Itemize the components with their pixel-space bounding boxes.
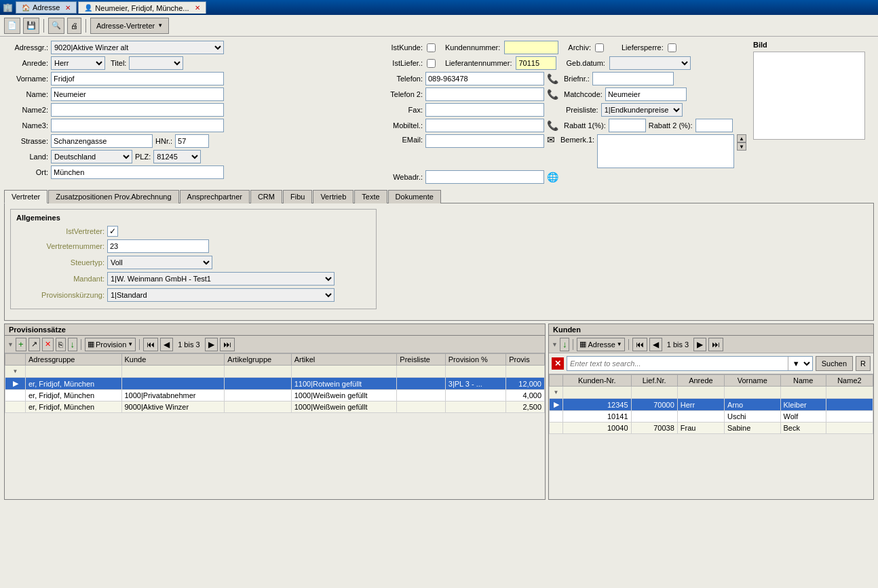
telefon-call-icon[interactable]: 📞 bbox=[547, 73, 558, 84]
tab-vertrieb[interactable]: Vertrieb bbox=[313, 190, 354, 203]
kunden-next-btn[interactable]: ▶ bbox=[693, 338, 706, 351]
prov-row-1[interactable]: ▶ er, Fridjof, München 1100|Rotwein gefü… bbox=[5, 378, 545, 390]
provisionskuerzung-select[interactable]: 1|Standard bbox=[107, 288, 335, 302]
tab-texte[interactable]: Texte bbox=[354, 190, 387, 203]
kundennummer-input[interactable] bbox=[504, 41, 558, 54]
prov-grid-btn[interactable]: ▦ Provision ▼ bbox=[85, 338, 136, 351]
tab-neumeier[interactable]: 👤 Neumeier, Fridjof, Münche... ✕ bbox=[78, 1, 206, 14]
kunden-prev-btn[interactable]: ◀ bbox=[649, 338, 662, 351]
prov-row-3[interactable]: er, Fridjof, München 9000|Aktive Winzer … bbox=[5, 401, 545, 413]
tab-zusatz[interactable]: Zusatzpositionen Prov.Abrechnung bbox=[48, 190, 178, 203]
tab-dokumente[interactable]: Dokumente bbox=[388, 190, 441, 203]
archiv-checkbox[interactable] bbox=[595, 43, 604, 52]
telefon2-call-icon[interactable]: 📞 bbox=[547, 89, 558, 100]
kunden-reset-btn[interactable]: R bbox=[856, 356, 871, 371]
webadr-input[interactable] bbox=[425, 170, 544, 184]
kunden-col-lief[interactable]: Lief.Nr. bbox=[631, 375, 677, 387]
titel-select[interactable] bbox=[129, 56, 183, 70]
email-input[interactable] bbox=[425, 134, 544, 148]
mandant-select[interactable]: 1|W. Weinmann GmbH - Test1 bbox=[107, 272, 335, 286]
col-preisliste[interactable]: Preisliste bbox=[397, 354, 445, 366]
tab-adresse-close[interactable]: ✕ bbox=[65, 4, 71, 12]
name-input[interactable] bbox=[51, 87, 224, 101]
prov-delete-btn[interactable]: ✕ bbox=[42, 338, 54, 351]
tab-ansprechpartner[interactable]: Ansprechpartner bbox=[180, 190, 250, 203]
prov-last-btn[interactable]: ⏭ bbox=[220, 338, 235, 351]
mobitel-input[interactable] bbox=[425, 119, 544, 132]
kunden-search-btn[interactable]: Suchen bbox=[816, 356, 853, 371]
vertreternummer-input[interactable] bbox=[107, 239, 209, 253]
search-scope-select[interactable]: ▼ bbox=[788, 357, 812, 370]
kunden-col-anrede[interactable]: Anrede bbox=[677, 375, 724, 387]
fax-input[interactable] bbox=[425, 103, 544, 117]
webadr-icon[interactable]: 🌐 bbox=[547, 172, 558, 182]
matchcode-input[interactable] bbox=[605, 87, 687, 101]
kunden-col-nr[interactable]: Kunden-Nr. bbox=[563, 375, 632, 387]
col-artikelgruppe[interactable]: Artikelgruppe bbox=[225, 354, 291, 366]
prov-export-btn[interactable]: ↓ bbox=[68, 338, 78, 351]
col-provision[interactable]: Provision % bbox=[445, 354, 505, 366]
print-button[interactable]: 🖨 bbox=[67, 18, 81, 34]
prov-row-2[interactable]: er, Fridjof, München 1000|Privatabnehmer… bbox=[5, 390, 545, 401]
briefnr-input[interactable] bbox=[592, 72, 674, 85]
land-select[interactable]: Deutschland bbox=[51, 150, 132, 163]
kunden-first-btn[interactable]: ⏮ bbox=[632, 338, 647, 351]
prov-prev-btn[interactable]: ◀ bbox=[160, 338, 173, 351]
telefon-input[interactable] bbox=[425, 72, 544, 85]
col-artikel[interactable]: Artikel bbox=[291, 354, 397, 366]
name2-input[interactable] bbox=[51, 103, 224, 117]
istkunde-checkbox[interactable] bbox=[427, 43, 436, 52]
istliefer-checkbox[interactable] bbox=[427, 59, 436, 68]
kunden-export-btn[interactable]: ↓ bbox=[560, 338, 570, 351]
plz-select[interactable]: 81245 bbox=[153, 150, 201, 163]
gebdatum-select[interactable] bbox=[609, 56, 691, 70]
adressgr-select[interactable]: 9020|Aktive Winzer alt bbox=[51, 41, 224, 54]
kunden-grid-btn[interactable]: ▦ Adresse ▼ bbox=[577, 338, 624, 351]
kunden-last-btn[interactable]: ⏭ bbox=[708, 338, 723, 351]
email-icon[interactable]: ✉ bbox=[547, 134, 555, 145]
kunden-row-1[interactable]: ▶ 12345 70000 Herr Arno Kleiber bbox=[550, 399, 873, 411]
tab-vertreter[interactable]: Vertreter bbox=[4, 190, 47, 203]
col-provis[interactable]: Provis bbox=[506, 354, 545, 366]
col-kunde[interactable]: Kunde bbox=[121, 354, 225, 366]
prov-add-btn[interactable]: + bbox=[16, 338, 26, 351]
kunden-col-name[interactable]: Name bbox=[780, 375, 826, 387]
tab-crm[interactable]: CRM bbox=[250, 190, 282, 203]
hnr-input[interactable] bbox=[175, 134, 209, 148]
liefersperre-checkbox[interactable] bbox=[668, 43, 676, 52]
bemerk1-scroll-down[interactable]: ▼ bbox=[737, 142, 746, 151]
search-button[interactable]: 🔍 bbox=[48, 18, 64, 34]
col-adressgruppe[interactable]: Adressgruppe bbox=[26, 354, 122, 366]
kunden-col-name2[interactable]: Name2 bbox=[826, 375, 873, 387]
name3-input[interactable] bbox=[51, 119, 224, 132]
steuertyp-select[interactable]: Voll bbox=[107, 256, 212, 269]
vorname-input[interactable] bbox=[51, 72, 224, 85]
tab-neumeier-close[interactable]: ✕ bbox=[195, 4, 200, 12]
save-button[interactable]: 💾 bbox=[23, 18, 39, 34]
kunden-row-2[interactable]: 10141 Uschi Wolf bbox=[550, 411, 873, 423]
search-clear-btn[interactable]: ✕ bbox=[552, 357, 564, 370]
prov-next-btn[interactable]: ▶ bbox=[205, 338, 218, 351]
telefon2-input[interactable] bbox=[425, 87, 544, 101]
bemerk1-scroll-up[interactable]: ▲ bbox=[737, 134, 746, 142]
bemerk1-textarea[interactable] bbox=[597, 134, 734, 168]
prov-copy-btn[interactable]: ⎘ bbox=[56, 338, 66, 351]
strasse-input[interactable] bbox=[51, 134, 153, 148]
lieferantennummer-input[interactable] bbox=[516, 56, 556, 70]
anrede-select[interactable]: Herr bbox=[51, 56, 105, 70]
rabatt1-input[interactable] bbox=[609, 119, 646, 132]
adresse-vertreter-dropdown[interactable]: Adresse-Vertreter ▼ bbox=[90, 18, 169, 34]
prov-first-btn[interactable]: ⏮ bbox=[143, 338, 158, 351]
tab-fibu[interactable]: Fibu bbox=[283, 190, 312, 203]
kunden-row-3[interactable]: 10040 70038 Frau Sabine Beck bbox=[550, 423, 873, 434]
new-button[interactable]: 📄 bbox=[4, 18, 20, 34]
rabatt2-input[interactable] bbox=[695, 119, 733, 132]
preisliste-select[interactable]: 1|Endkundenpreise bbox=[601, 103, 683, 117]
ort-input[interactable] bbox=[51, 165, 224, 179]
kunden-search-input[interactable] bbox=[567, 357, 788, 370]
mobitel-call-icon[interactable]: 📞 bbox=[547, 120, 558, 131]
tab-adresse[interactable]: 🏠 Adresse ✕ bbox=[16, 1, 77, 14]
prov-import-btn[interactable]: ↗ bbox=[28, 338, 40, 351]
istvertreter-checkbox[interactable]: ✓ bbox=[107, 226, 118, 237]
kunden-col-vorname[interactable]: Vorname bbox=[725, 375, 781, 387]
